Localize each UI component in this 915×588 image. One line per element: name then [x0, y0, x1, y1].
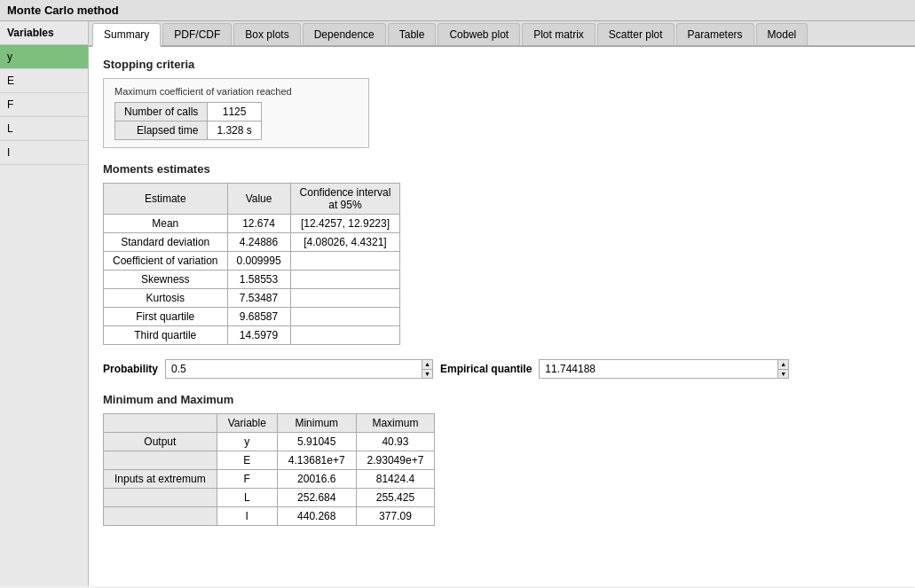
tab-table[interactable]: Table [388, 23, 437, 45]
minmax-var-y: y [217, 433, 277, 451]
minmax-var-i: I [217, 507, 277, 526]
row-cv-ci [290, 252, 400, 270]
sidebar: Variables y E F L I [0, 21, 89, 586]
row-mean-label: Mean [104, 215, 228, 233]
row-skew-label: Skewness [104, 270, 228, 289]
sidebar-item-y[interactable]: y [0, 45, 88, 69]
row-kurt-ci [290, 289, 400, 308]
sidebar-item-f[interactable]: F [0, 93, 88, 117]
calls-label: Number of calls [115, 103, 208, 122]
table-row: Skewness 1.58553 [104, 270, 400, 289]
row-sd-ci: [4.08026, 4.4321] [290, 233, 400, 252]
table-row: L 252.684 255.425 [104, 489, 435, 507]
output-row-header: Output [104, 433, 217, 451]
probability-label: Probability [103, 363, 158, 375]
minmax-table: Variable Minimum Maximum Output y 5.9104… [103, 413, 435, 526]
row-cv-label: Coefficient of variation [104, 252, 228, 270]
minmax-header-empty [104, 414, 217, 433]
tab-scatter[interactable]: Scatter plot [597, 23, 674, 45]
stopping-criteria-box: Maximum coefficient of variation reached… [103, 78, 369, 148]
col-estimate: Estimate [104, 184, 228, 215]
minmax-min-l: 252.684 [277, 489, 356, 507]
quantile-spin-up[interactable]: ▲ [778, 360, 788, 370]
probability-spinner: ▲ ▼ [165, 359, 433, 379]
minmax-var-e: E [217, 451, 277, 470]
row-mean-value: 12.674 [227, 215, 290, 233]
row-q1-value: 9.68587 [227, 308, 290, 326]
sidebar-item-i[interactable]: I [0, 141, 88, 165]
row-cv-value: 0.009995 [227, 252, 290, 270]
table-row: First quartile 9.68587 [104, 308, 400, 326]
minmax-max-f: 81424.4 [356, 470, 435, 489]
tab-bar: Summary PDF/CDF Box plots Dependence Tab… [89, 21, 915, 47]
sidebar-item-e[interactable]: E [0, 69, 88, 93]
minmax-min-i: 440.268 [277, 507, 356, 526]
minmax-min-f: 20016.6 [277, 470, 356, 489]
row-skew-value: 1.58553 [227, 270, 290, 289]
row-sd-label: Standard deviation [104, 233, 228, 252]
table-row: E 4.13681e+7 2.93049e+7 [104, 451, 435, 470]
quantile-input[interactable] [539, 359, 778, 379]
tab-cobweb[interactable]: Cobweb plot [438, 23, 520, 45]
row-mean-ci: [12.4257, 12.9223] [290, 215, 400, 233]
tab-parameters[interactable]: Parameters [676, 23, 754, 45]
tab-pdfcdf[interactable]: PDF/CDF [162, 23, 232, 45]
table-row: Kurtosis 7.53487 [104, 289, 400, 308]
row-kurt-label: Kurtosis [104, 289, 228, 308]
quantile-spin-down[interactable]: ▼ [778, 370, 788, 379]
tab-dependence[interactable]: Dependence [303, 23, 386, 45]
minmax-max-e: 2.93049e+7 [356, 451, 435, 470]
row-q3-ci [290, 326, 400, 345]
minmax-title: Minimum and Maximum [103, 393, 901, 406]
row-header-blank2 [104, 489, 217, 507]
col-ci: Confidence intervalat 95% [290, 184, 400, 215]
minmax-col-minimum: Minimum [277, 414, 356, 433]
probability-spin-down[interactable]: ▼ [422, 370, 432, 379]
minmax-var-f: F [217, 470, 277, 489]
col-value: Value [227, 184, 290, 215]
row-header-blank3 [104, 507, 217, 526]
row-q3-label: Third quartile [104, 326, 228, 345]
probability-row: Probability ▲ ▼ Empirical quantile ▲ ▼ [103, 359, 901, 379]
minmax-max-y: 40.93 [356, 433, 435, 451]
minmax-max-l: 255.425 [356, 489, 435, 507]
table-row: Output y 5.91045 40.93 [104, 433, 435, 451]
stopping-criteria-title: Stopping criteria [103, 58, 901, 71]
sidebar-header: Variables [0, 21, 88, 45]
tab-boxplots[interactable]: Box plots [233, 23, 300, 45]
row-q1-ci [290, 308, 400, 326]
elapsed-label: Elapsed time [115, 122, 208, 140]
content-area: Summary PDF/CDF Box plots Dependence Tab… [89, 21, 915, 586]
table-row: Inputs at extremum F 20016.6 81424.4 [104, 470, 435, 489]
inputs-row-header: Inputs at extremum [104, 470, 217, 489]
elapsed-value: 1.328 s [208, 122, 261, 140]
probability-input[interactable] [165, 359, 422, 379]
tab-summary[interactable]: Summary [92, 23, 161, 47]
probability-spin-arrows: ▲ ▼ [422, 359, 433, 379]
app-title: Monte Carlo method [7, 4, 119, 17]
moments-table: Estimate Value Confidence intervalat 95%… [103, 183, 400, 345]
minmax-col-maximum: Maximum [356, 414, 435, 433]
row-q1-label: First quartile [104, 308, 228, 326]
sidebar-item-l[interactable]: L [0, 117, 88, 141]
tab-plotmatrix[interactable]: Plot matrix [522, 23, 596, 45]
row-header-blank1 [104, 451, 217, 470]
quantile-label: Empirical quantile [440, 363, 532, 375]
row-kurt-value: 7.53487 [227, 289, 290, 308]
table-row: Mean 12.674 [12.4257, 12.9223] [104, 215, 400, 233]
minmax-col-variable: Variable [217, 414, 277, 433]
tab-model[interactable]: Model [756, 23, 809, 45]
table-row: Standard deviation 4.24886 [4.08026, 4.4… [104, 233, 400, 252]
criteria-table: Number of calls 1125 Elapsed time 1.328 … [114, 102, 262, 140]
title-bar: Monte Carlo method [0, 0, 915, 21]
row-q3-value: 14.5979 [227, 326, 290, 345]
row-skew-ci [290, 270, 400, 289]
calls-value: 1125 [208, 103, 261, 122]
probability-spin-up[interactable]: ▲ [422, 360, 432, 370]
minmax-var-l: L [217, 489, 277, 507]
criteria-subtitle: Maximum coefficient of variation reached [114, 86, 358, 97]
minmax-max-i: 377.09 [356, 507, 435, 526]
quantile-spinner: ▲ ▼ [539, 359, 789, 379]
table-row: I 440.268 377.09 [104, 507, 435, 526]
table-row: Coefficient of variation 0.009995 [104, 252, 400, 270]
